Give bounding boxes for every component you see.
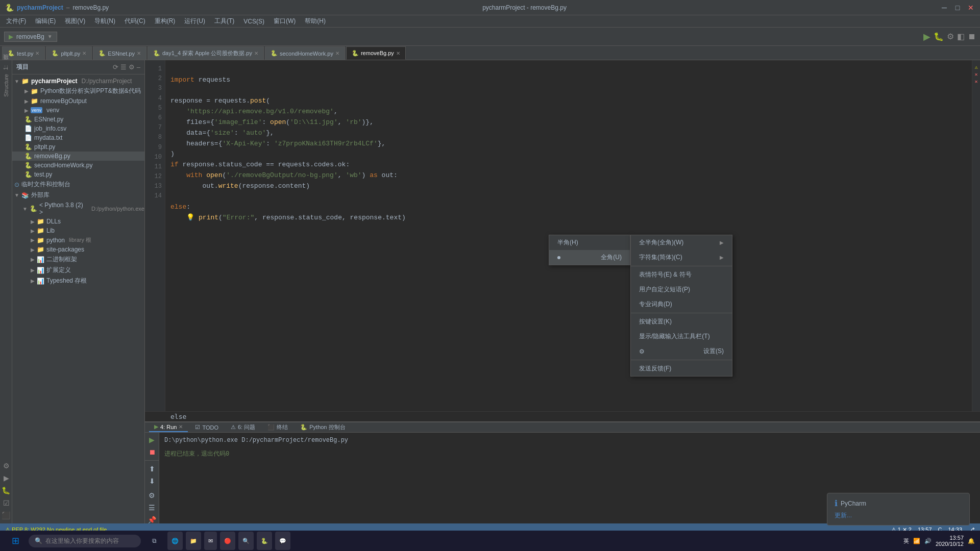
git-tool-button[interactable]: ⚙ <box>1 460 12 471</box>
run-close-button[interactable]: 📌 <box>146 515 157 523</box>
run-stop-button[interactable]: ⏹ <box>148 447 157 457</box>
tree-item-venv[interactable]: ▶ venv venv <box>12 106 144 115</box>
filter-icon[interactable]: ☰ <box>120 63 127 71</box>
menu-vcs[interactable]: VCS(S) <box>239 17 268 26</box>
maximize-button[interactable]: □ <box>953 4 962 12</box>
ctx-item-fullwidth[interactable]: 全角(U) <box>549 250 630 265</box>
taskbar-wechat[interactable]: 💬 <box>275 532 290 550</box>
todo-tool-button[interactable]: ☑ <box>1 497 12 509</box>
taskbar-clock[interactable]: 13:57 2020/10/12 <box>936 535 964 547</box>
tree-item-removebgoutput[interactable]: ▶ 📁 removeBgOutput <box>12 96 144 106</box>
run-button[interactable]: ▶ <box>923 31 930 42</box>
notification-link[interactable]: 更新... <box>835 511 962 520</box>
taskbar-search-app[interactable]: 🔍 <box>238 532 254 550</box>
structure-tool-button[interactable]: Structure <box>2 72 11 98</box>
menu-code[interactable]: 代码(C) <box>120 16 150 27</box>
ctx-sub-feedback[interactable]: 发送反馈(F) <box>631 361 732 376</box>
tree-item-extlibs[interactable]: ▼ 📚 外部库 <box>12 190 144 201</box>
close-button[interactable]: ✕ <box>967 4 975 12</box>
tree-item-mydata[interactable]: 📄 mydata.txt <box>12 133 144 142</box>
panel-tab-close-run[interactable]: ✕ <box>179 424 183 430</box>
run-filter-button[interactable]: ☰ <box>148 503 156 513</box>
tree-item-test[interactable]: 🐍 test.py <box>12 170 144 179</box>
tab-close-removebg[interactable]: ✕ <box>396 51 400 56</box>
menu-file[interactable]: 文件(F) <box>2 16 30 27</box>
panel-tab-terminal[interactable]: ⬛ 终结 <box>262 422 293 432</box>
ctx-sub-settings[interactable]: ⚙ 设置(S) <box>631 344 732 359</box>
tree-item-ext-defs[interactable]: ▶ 📊 扩展定义 <box>12 265 144 276</box>
tree-item-esnnet[interactable]: 🐍 ESNnet.py <box>12 115 144 124</box>
menu-edit[interactable]: 编辑(E) <box>31 16 60 27</box>
panel-tab-problems[interactable]: ⚠ 6: 问题 <box>226 422 260 432</box>
tab-test-py[interactable]: 🐍 test.py ✕ <box>2 46 45 60</box>
tab-day14-py[interactable]: 🐍 day1_4 探索 Apple 公司股价数据.py ✕ <box>148 46 264 60</box>
taskbar-mail[interactable]: ✉ <box>204 532 217 550</box>
ctx-sub-dict[interactable]: 专业词典(D) <box>631 297 732 312</box>
settings-icon[interactable]: ⚙ <box>129 63 135 71</box>
tab-close-day14[interactable]: ✕ <box>254 51 258 56</box>
run-config-dropdown[interactable]: ▶ removeBg ▼ <box>4 32 57 42</box>
profile-button[interactable]: ◧ <box>957 32 965 41</box>
run-rerun-button[interactable]: ▶ <box>148 435 156 445</box>
tree-item-binary[interactable]: ▶ 📊 二进制框架 <box>12 254 144 265</box>
taskbar-explorer[interactable]: 📁 <box>186 532 201 550</box>
tab-removebg-py[interactable]: 🐍 removeBg.py ✕ <box>346 46 406 60</box>
ctx-sub-fullhalf[interactable]: 全半角(全角)(W) ▶ <box>631 235 732 250</box>
taskbar-network-icon[interactable]: 📶 <box>913 538 920 544</box>
tree-item-root[interactable]: ▼ 📁 pycharmProject D:/pycharmProject <box>12 77 144 86</box>
ctx-sub-user-phrases[interactable]: 用户自定义短语(P) <box>631 282 732 297</box>
taskbar-ime-icon[interactable]: 英 <box>903 537 909 545</box>
tab-pltplt-py[interactable]: 🐍 pltplt.py ✕ <box>46 46 92 60</box>
tab-esnnet-py[interactable]: 🐍 ESNnet.py ✕ <box>93 46 146 60</box>
ctx-sub-show-hide-toolbar[interactable]: 显示/隐藏输入法工具栏(T) <box>631 329 732 344</box>
ctx-sub-charset[interactable]: 字符集(简体)(C) ▶ <box>631 250 732 265</box>
coverage-button[interactable]: ⚙ <box>947 32 954 41</box>
tree-item-python38[interactable]: ▼ 🐍 < Python 3.8 (2) > D:/python/python.… <box>12 201 144 217</box>
task-view-button[interactable]: ⧉ <box>144 531 164 551</box>
taskbar-notification-icon[interactable]: 🔔 <box>968 538 975 544</box>
taskbar-volume-icon[interactable]: 🔊 <box>924 538 932 544</box>
tree-item-typeshed[interactable]: ▶ 📊 Typeshed 存根 <box>12 276 144 286</box>
taskbar-search[interactable]: 🔍 在这里输入你要搜索的内容 <box>29 535 141 547</box>
panel-tab-python-console[interactable]: 🐍 Python 控制台 <box>295 422 350 432</box>
tab-secondhomework-py[interactable]: 🐍 secondHomeWork.py ✕ <box>265 46 345 60</box>
menu-help[interactable]: 帮助(H) <box>301 16 330 27</box>
menu-tools[interactable]: 工具(T) <box>210 16 238 27</box>
debug-tool-button[interactable]: 🐛 <box>1 485 12 496</box>
tree-item-secondhomework[interactable]: 🐍 secondHomeWork.py <box>12 161 144 170</box>
tree-item-removebg[interactable]: 🐍 removeBg.py <box>12 152 144 161</box>
run-scroll-bottom-button[interactable]: ⬇ <box>148 476 156 486</box>
menu-run[interactable]: 运行(U) <box>180 16 209 27</box>
run-scroll-top-button[interactable]: ⬆ <box>148 464 156 474</box>
hide-panel-icon[interactable]: – <box>137 63 140 71</box>
tree-item-python-lib[interactable]: ▶ 📁 python library 根 <box>12 235 144 245</box>
terminal-tool-button[interactable]: ⬛ <box>1 510 12 521</box>
tree-item-pltplt[interactable]: 🐍 pltplt.py <box>12 142 144 152</box>
run-settings-button[interactable]: ⚙ <box>148 490 156 500</box>
tree-item-lib[interactable]: ▶ 📁 Lib <box>12 226 144 235</box>
tree-item-jobinfo[interactable]: 📄 job_info.csv <box>12 124 144 133</box>
start-button[interactable]: ⊞ <box>5 531 26 551</box>
menu-navigate[interactable]: 导航(N) <box>90 16 119 27</box>
taskbar-chrome[interactable]: 🔴 <box>220 532 235 550</box>
stop-button[interactable]: ⏹ <box>968 32 976 41</box>
sync-icon[interactable]: ⟳ <box>113 63 118 71</box>
menu-view[interactable]: 视图(V) <box>61 16 89 27</box>
tree-item-dlls[interactable]: ▶ 📁 DLLs <box>12 217 144 226</box>
tab-close-secondhomework[interactable]: ✕ <box>335 51 339 56</box>
tab-close-test[interactable]: ✕ <box>35 51 39 56</box>
tree-item-site-packages[interactable]: ▶ 📁 site-packages <box>12 245 144 254</box>
tree-item-temp[interactable]: ⊙ 临时文件和控制台 <box>12 179 144 190</box>
ctx-sub-hotkeys[interactable]: 按键设置(K) <box>631 314 732 329</box>
debug-button[interactable]: 🐛 <box>934 32 944 41</box>
project-tool-button[interactable]: 1: 项目 <box>1 62 11 71</box>
taskbar-pycharm[interactable]: 🐍 <box>257 532 272 550</box>
menu-window[interactable]: 窗口(W) <box>270 16 300 27</box>
tree-item-ppt[interactable]: ▶ 📁 Python数据分析实训PPT&数据&代码 <box>12 86 144 96</box>
tab-close-pltplt[interactable]: ✕ <box>82 51 86 56</box>
panel-tab-todo[interactable]: ☑ TODO <box>190 423 224 432</box>
tab-close-esnnet[interactable]: ✕ <box>137 51 141 56</box>
minimize-button[interactable]: ─ <box>940 4 948 12</box>
ctx-item-halfwidth[interactable]: 半角(H) <box>549 235 630 250</box>
panel-tab-run[interactable]: ▶ 4: Run ✕ <box>149 422 188 432</box>
